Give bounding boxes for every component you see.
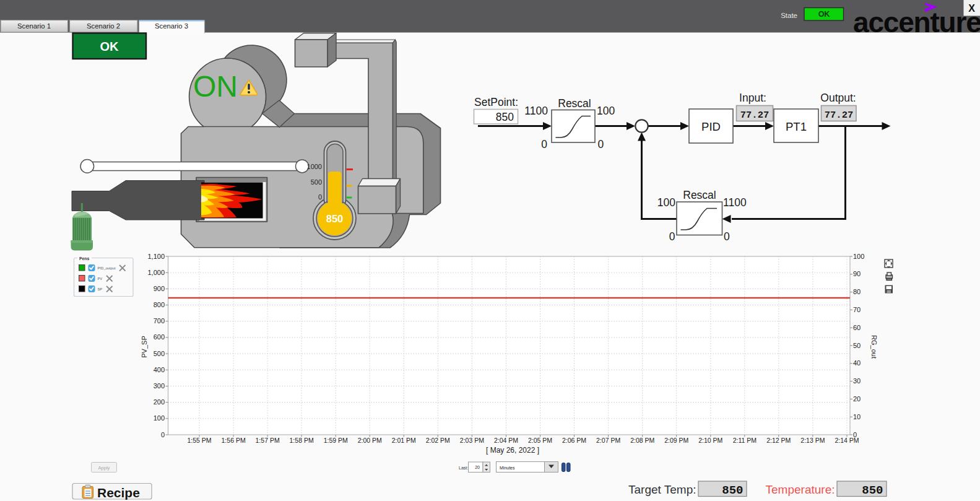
- svg-text:1:55 PM: 1:55 PM: [187, 437, 211, 444]
- svg-text:30: 30: [853, 377, 861, 385]
- svg-text:accenture: accenture: [853, 6, 980, 38]
- svg-text:Pens: Pens: [79, 256, 89, 261]
- svg-text:0: 0: [541, 138, 547, 150]
- svg-text:Output:: Output:: [820, 92, 856, 104]
- svg-text:2:12 PM: 2:12 PM: [766, 437, 791, 444]
- svg-text:2:04 PM: 2:04 PM: [494, 437, 518, 444]
- svg-text:2:00 PM: 2:00 PM: [358, 437, 382, 444]
- svg-text:600: 600: [154, 333, 165, 341]
- svg-text:850: 850: [862, 484, 883, 497]
- svg-text:State: State: [781, 12, 797, 19]
- svg-text:Scenario 3: Scenario 3: [155, 22, 188, 30]
- svg-text:RG_out: RG_out: [870, 335, 878, 359]
- svg-text:1100: 1100: [723, 196, 747, 209]
- svg-text:2:03 PM: 2:03 PM: [460, 437, 484, 444]
- svg-text:SP: SP: [98, 287, 103, 291]
- svg-text:Last:: Last:: [459, 466, 468, 470]
- svg-text:300: 300: [154, 382, 165, 390]
- svg-text:Rescal: Rescal: [683, 189, 716, 201]
- svg-text:PT1: PT1: [786, 120, 807, 133]
- svg-text:100: 100: [853, 253, 864, 260]
- svg-text:2:10 PM: 2:10 PM: [698, 437, 722, 444]
- svg-text:20: 20: [475, 465, 480, 469]
- svg-text:1000: 1000: [307, 163, 322, 170]
- svg-text:60: 60: [853, 324, 861, 331]
- svg-text:1,100: 1,100: [147, 253, 165, 260]
- svg-text:0: 0: [598, 138, 604, 150]
- svg-text:2:14 PM: 2:14 PM: [835, 437, 859, 444]
- svg-text:50: 50: [853, 342, 861, 349]
- svg-text:2:13 PM: 2:13 PM: [800, 437, 825, 444]
- svg-text:1100: 1100: [524, 105, 548, 117]
- svg-text:80: 80: [853, 288, 861, 295]
- svg-text:2:11 PM: 2:11 PM: [733, 437, 757, 444]
- svg-text:850: 850: [722, 484, 743, 497]
- svg-text:PID_output: PID_output: [98, 266, 116, 270]
- svg-text:100: 100: [657, 196, 675, 209]
- svg-text:100: 100: [154, 414, 165, 422]
- svg-text:850: 850: [496, 111, 514, 123]
- svg-text:SetPoint:: SetPoint:: [474, 96, 518, 108]
- svg-text:Recipe: Recipe: [97, 486, 140, 500]
- svg-text:2:05 PM: 2:05 PM: [528, 437, 552, 444]
- svg-text:0: 0: [724, 230, 730, 243]
- svg-text:40: 40: [853, 359, 861, 367]
- svg-text:20: 20: [853, 395, 861, 403]
- svg-text:Scenario 1: Scenario 1: [17, 22, 51, 30]
- svg-text:1:57 PM: 1:57 PM: [256, 437, 280, 444]
- svg-text:2:07 PM: 2:07 PM: [596, 437, 620, 444]
- svg-text:PID: PID: [701, 120, 721, 133]
- svg-text:77.27: 77.27: [825, 110, 854, 121]
- svg-text:1,000: 1,000: [147, 269, 165, 276]
- svg-text:Apply: Apply: [98, 465, 110, 471]
- svg-text:850: 850: [326, 213, 344, 224]
- svg-text:10: 10: [853, 413, 861, 420]
- svg-text:2:02 PM: 2:02 PM: [426, 437, 450, 444]
- svg-text:Input:: Input:: [739, 92, 766, 104]
- svg-text:2:06 PM: 2:06 PM: [562, 437, 586, 444]
- svg-text:1:59 PM: 1:59 PM: [324, 437, 348, 444]
- svg-text:Target Temp:: Target Temp:: [628, 483, 696, 496]
- svg-text:2:01 PM: 2:01 PM: [392, 437, 416, 444]
- svg-text:200: 200: [154, 398, 165, 406]
- svg-text:1:58 PM: 1:58 PM: [290, 437, 314, 444]
- svg-text:[ May 26, 2022 ]: [ May 26, 2022 ]: [486, 446, 539, 455]
- svg-text:OK: OK: [100, 40, 119, 53]
- svg-text:1:56 PM: 1:56 PM: [222, 437, 246, 444]
- svg-text:X: X: [968, 3, 975, 14]
- svg-text:800: 800: [154, 301, 165, 308]
- svg-text:2:08 PM: 2:08 PM: [630, 437, 654, 444]
- svg-text:400: 400: [154, 366, 165, 373]
- svg-text:900: 900: [154, 285, 165, 292]
- svg-text:700: 700: [154, 317, 165, 325]
- svg-text:Scenario 2: Scenario 2: [87, 22, 120, 30]
- svg-text:100: 100: [597, 105, 615, 117]
- svg-text:OK: OK: [818, 10, 830, 19]
- svg-text:0: 0: [669, 230, 675, 243]
- svg-text:PV: PV: [98, 277, 103, 281]
- svg-text:70: 70: [853, 306, 861, 313]
- svg-text:Rescal: Rescal: [558, 97, 591, 110]
- svg-text:0: 0: [318, 193, 322, 201]
- svg-text:Minutes: Minutes: [500, 466, 515, 470]
- svg-text:2:09 PM: 2:09 PM: [664, 437, 688, 444]
- svg-text:77.27: 77.27: [740, 110, 770, 121]
- svg-text:90: 90: [853, 270, 861, 277]
- svg-text:Temperature:: Temperature:: [766, 483, 835, 496]
- svg-text:0: 0: [161, 431, 165, 438]
- svg-text:500: 500: [311, 178, 322, 186]
- svg-text:ON: ON: [193, 70, 238, 103]
- svg-text:500: 500: [154, 350, 165, 357]
- svg-text:PV_SP: PV_SP: [141, 336, 148, 357]
